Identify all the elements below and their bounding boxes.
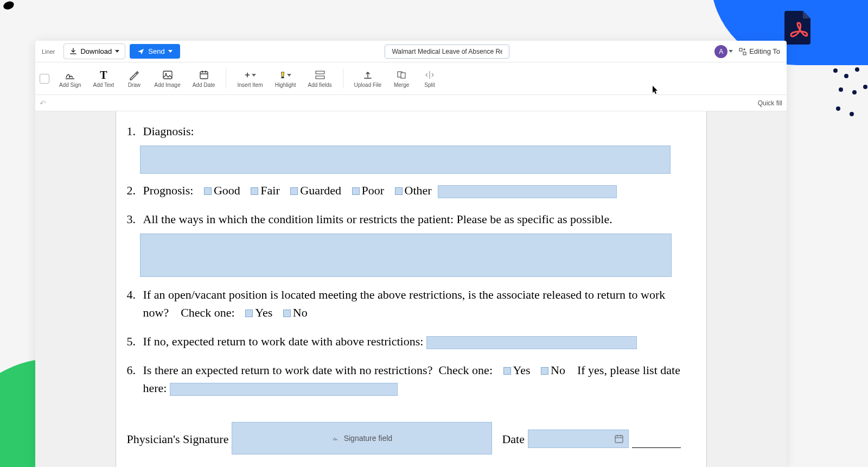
select-tool[interactable] — [40, 74, 49, 84]
option-good: Good — [214, 184, 240, 197]
avatar: A — [714, 45, 727, 58]
editing-icon — [738, 47, 747, 56]
limitations-field[interactable] — [140, 234, 672, 277]
draw-button[interactable]: Draw — [120, 67, 148, 90]
checkbox-guarded[interactable] — [290, 187, 298, 195]
signature-icon — [64, 69, 76, 81]
q1-label: Diagnosis: — [143, 124, 194, 138]
option-poor: Poor — [362, 184, 385, 197]
q1-number: 1. — [127, 122, 139, 140]
upload-file-button[interactable]: Upload File — [349, 67, 387, 90]
liner-label: Liner — [42, 48, 55, 55]
checkbox-other[interactable] — [395, 187, 403, 195]
svg-point-6 — [833, 68, 838, 73]
send-button[interactable]: Send — [130, 44, 180, 59]
other-field[interactable] — [438, 185, 617, 198]
fields-icon — [314, 69, 326, 81]
highlighter-icon — [279, 69, 291, 81]
q4-no-label: No — [293, 306, 308, 319]
text-icon: T — [98, 69, 110, 81]
decoration-right-dots — [830, 65, 868, 174]
q6-label-a: Is there an expected return to work date… — [143, 363, 493, 377]
add-date-button[interactable]: Add Date — [187, 67, 221, 90]
q6-yes-label: Yes — [513, 363, 531, 377]
upload-icon — [362, 69, 374, 81]
highlight-button[interactable]: Highlight — [270, 67, 302, 90]
checkbox-q6-yes[interactable] — [503, 367, 511, 375]
chevron-down-icon — [168, 50, 173, 53]
svg-point-13 — [850, 112, 854, 116]
add-fields-button[interactable]: Add fields — [303, 67, 337, 90]
pencil-icon — [128, 69, 140, 81]
q2-label: Prognosis: — [143, 184, 194, 197]
document-page: 1. Diagnosis: 2. Prognosis: Good Fair Gu… — [116, 111, 707, 467]
user-menu[interactable]: A — [714, 45, 733, 58]
date-field[interactable] — [528, 430, 629, 448]
split-button[interactable]: Split — [416, 67, 443, 90]
signature-label: Physician's Signature — [127, 430, 229, 448]
plus-icon — [244, 69, 256, 81]
q3-number: 3. — [127, 210, 139, 228]
editing-tools-button[interactable]: Editing To — [738, 47, 780, 56]
download-button[interactable]: Download — [63, 43, 125, 59]
checkbox-poor[interactable] — [352, 187, 360, 195]
list-date-field[interactable] — [170, 383, 398, 396]
q2-number: 2. — [127, 181, 139, 199]
send-icon — [137, 48, 145, 55]
svg-rect-22 — [401, 73, 405, 78]
svg-rect-19 — [316, 71, 324, 74]
top-bar: Liner Download Send A — [35, 41, 787, 62]
toolbar: Add Sign T Add Text Draw Add Image Add D… — [35, 62, 787, 95]
option-fair: Fair — [260, 184, 279, 197]
q6-no-label: No — [551, 363, 565, 377]
document-title-input[interactable] — [385, 45, 509, 59]
svg-rect-23 — [615, 436, 623, 443]
sub-toolbar: ↶ Quick fill — [35, 95, 787, 111]
svg-point-4 — [2, 0, 15, 11]
checkbox-fair[interactable] — [251, 187, 258, 195]
q5-label: If no, expected return to work date with… — [143, 335, 424, 348]
date-label: Date — [502, 430, 525, 448]
checkbox-q6-no[interactable] — [541, 367, 548, 375]
svg-rect-18 — [200, 72, 208, 79]
q5-number: 5. — [127, 332, 139, 350]
send-label: Send — [148, 47, 164, 55]
document-canvas: 1. Diagnosis: 2. Prognosis: Good Fair Gu… — [35, 111, 787, 467]
q6-number: 6. — [127, 361, 139, 379]
signature-icon — [332, 434, 340, 442]
svg-point-17 — [165, 73, 167, 75]
checkbox-q4-no[interactable] — [283, 310, 291, 317]
toolbar-separator — [226, 69, 226, 89]
app-window: Liner Download Send A — [35, 41, 787, 467]
checkbox-q4-yes[interactable] — [245, 310, 253, 317]
add-image-button[interactable]: Add Image — [149, 67, 186, 90]
svg-rect-16 — [163, 71, 172, 79]
quick-fill-button[interactable]: Quick fill — [758, 99, 782, 107]
diagnosis-field[interactable] — [140, 146, 671, 174]
date-underline — [632, 436, 681, 448]
svg-point-7 — [844, 74, 848, 78]
checkbox-good[interactable] — [204, 187, 212, 195]
chevron-down-icon — [729, 50, 733, 53]
svg-point-12 — [836, 106, 840, 111]
merge-button[interactable]: Merge — [388, 67, 415, 90]
decoration-top-left — [0, 0, 54, 43]
undo-button[interactable]: ↶ — [40, 99, 46, 108]
add-text-button[interactable]: T Add Text — [88, 67, 120, 90]
signature-placeholder: Signature field — [344, 433, 393, 444]
svg-point-8 — [855, 67, 859, 72]
calendar-icon — [614, 434, 624, 444]
split-icon — [424, 69, 436, 81]
insert-item-button[interactable]: Insert Item — [232, 67, 268, 90]
merge-icon — [395, 69, 407, 81]
image-icon — [162, 69, 174, 81]
svg-point-10 — [852, 90, 857, 94]
return-date-field[interactable] — [426, 336, 637, 349]
q3-label: All the ways in which the condition limi… — [143, 212, 612, 226]
signature-field[interactable]: Signature field — [232, 422, 492, 455]
option-other: Other — [405, 184, 432, 197]
mouse-cursor — [653, 86, 659, 94]
add-sign-button[interactable]: Add Sign — [54, 67, 87, 90]
q4-number: 4. — [127, 286, 139, 304]
svg-rect-14 — [739, 48, 742, 51]
